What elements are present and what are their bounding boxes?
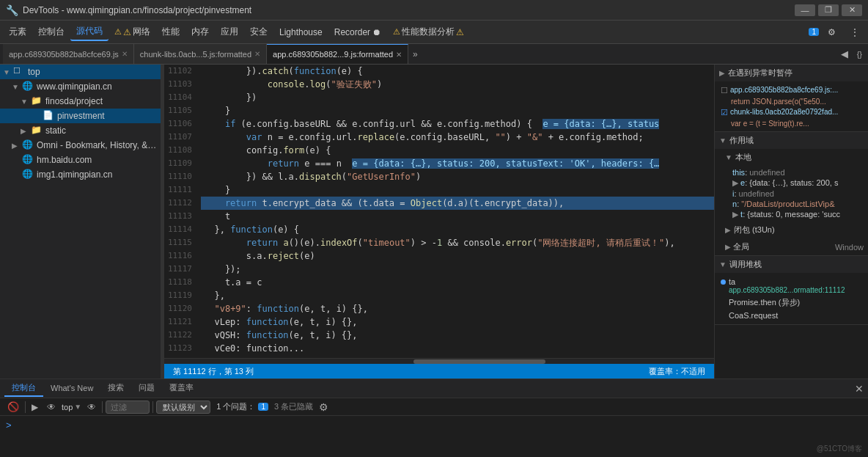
callstack-fn-promise: Promise.then (异步)	[729, 297, 862, 308]
hidden-count: 3 条已隐藏	[274, 401, 313, 412]
sidebar-item-omni[interactable]: ▶ 🌐 Omni - Bookmark, History, & Tab Mana…	[0, 138, 161, 153]
tab-whats-new[interactable]: What's New	[43, 381, 100, 396]
code-line-11107: 11107 var n = e.config.url.replace(e.con…	[164, 131, 714, 144]
code-line-11104: 11104 })	[164, 91, 714, 104]
closure-header[interactable]: ▶ 闭包 (t3Un)	[721, 222, 868, 238]
sidebar-item-top[interactable]: ▼ ☐ top	[0, 65, 161, 79]
sidebar-item-baidu[interactable]: 🌐 hm.baidu.com	[0, 153, 161, 167]
issue-info: 1 个问题： 1	[216, 401, 268, 412]
settings-button[interactable]: ⚙	[822, 25, 842, 40]
file-sidebar: ▼ ☐ top ▼ 🌐 www.qimingpian.cn ▼ 📁 finosd…	[0, 65, 161, 379]
top-context[interactable]: top ▼	[62, 403, 81, 412]
close-tab-1[interactable]: ✕	[122, 50, 128, 58]
tab-coverage[interactable]: 覆盖率	[162, 380, 201, 397]
sidebar-label-omni: Omni - Bookmark, History, & Tab Manager	[37, 140, 158, 150]
var-this: this: undefined	[732, 167, 856, 178]
code-line-11116: 11116 s.a.reject(e)	[164, 249, 714, 263]
sidebar-item-domain[interactable]: ▼ 🌐 www.qimingpian.cn	[0, 79, 161, 94]
maximize-button[interactable]: ❐	[818, 4, 839, 16]
close-tab-2[interactable]: ✕	[254, 50, 260, 58]
code-line-11122: 11122 vQSH: function(e, t, i) {},	[164, 329, 714, 342]
code-line-11102: 11102 }).catch(function(e) {	[164, 65, 714, 78]
arrow-icon: ▶	[21, 127, 31, 135]
separator-1	[25, 401, 26, 413]
callstack-fn-ta: ta	[729, 277, 845, 286]
exception-item-2[interactable]: ☑ chunk-libs.0acb202a8e0792fad...	[721, 106, 862, 119]
global-value: Window	[835, 243, 864, 252]
toolbar-memory[interactable]: 内存	[185, 23, 215, 40]
toolbar-application[interactable]: 应用	[215, 23, 244, 40]
callstack-link-ta[interactable]: app.c689305b882...ormatted:11112	[729, 286, 845, 294]
close-button[interactable]: ✕	[842, 4, 862, 16]
scrollbar-thumb[interactable]	[413, 359, 545, 364]
toolbar-elements[interactable]: 元素	[3, 23, 32, 40]
globe-icon-baidu: 🌐	[22, 154, 34, 166]
tab-file-1[interactable]: app.c689305b882ba8cfce69.js ✕	[3, 44, 134, 65]
tab-format-button[interactable]: {}	[854, 48, 865, 60]
pause-exceptions-header[interactable]: ▶ 在遇到异常时暂停	[715, 65, 868, 81]
editor-status-bar: 第 11112 行，第 13 列 覆盖率：不适用	[164, 364, 714, 379]
tab-search[interactable]: 搜索	[100, 380, 131, 397]
tab-console[interactable]: 控制台	[4, 380, 43, 397]
scope-title: 作用域	[729, 135, 754, 146]
sidebar-item-project[interactable]: ▼ 📁 finosda/project	[0, 94, 161, 109]
exception-return-2: var e = (t = String(t).re...	[721, 119, 862, 128]
code-content-area[interactable]: 11102 }).catch(function(e) { 11103 conso…	[164, 65, 714, 358]
callstack-fn-coas: CoaS.request	[729, 311, 862, 320]
exception-item-1[interactable]: ☐ app.c689305b882ba8cfce69.js:...	[721, 84, 862, 97]
close-tab-3[interactable]: ✕	[396, 51, 402, 59]
var-t[interactable]: ▶ t: {status: 0, message: 'succ	[732, 209, 856, 220]
console-filter-input[interactable]	[106, 401, 150, 414]
global-header[interactable]: ▶ 全局 Window	[721, 238, 868, 255]
console-play-button[interactable]: ▶	[29, 401, 41, 414]
issue-badge: 1	[258, 403, 268, 411]
var-e[interactable]: ▶ e: {data: {…}, status: 200, s	[732, 178, 856, 189]
cursor-position: 第 11112 行，第 13 列	[173, 366, 254, 377]
var-n: n: "/DataList/productListVip&	[732, 199, 856, 209]
toolbar-security[interactable]: 安全	[244, 23, 273, 40]
console-prompt-icon: >	[6, 420, 12, 431]
local-arrow: ▼	[725, 153, 732, 161]
globe-icon-omni: 🌐	[22, 139, 34, 151]
sidebar-item-pinvestment[interactable]: 📄 pinvestment	[0, 109, 161, 123]
context-arrow: ▼	[74, 403, 81, 411]
toolbar-lighthouse[interactable]: Lighthouse	[273, 25, 328, 40]
toolbar-sources[interactable]: 源代码	[70, 23, 108, 41]
tab-scroll-left[interactable]: ◀	[838, 47, 851, 61]
toolbar-performance-insights[interactable]: 性能数据分析 ⚠	[387, 23, 470, 40]
context-label: top	[62, 403, 73, 412]
callstack-title: 调用堆栈	[729, 259, 762, 270]
toolbar-performance[interactable]: 性能	[156, 23, 185, 40]
more-button[interactable]: ⋮	[845, 25, 865, 40]
tab-file-3[interactable]: app.c689305b882...9.js:formatted ✕	[267, 44, 408, 65]
console-visible-button[interactable]: 👁	[84, 401, 99, 414]
local-scope-header[interactable]: ▼ 本地	[721, 149, 868, 166]
console-eye-button[interactable]: 👁	[44, 401, 59, 414]
minimize-button[interactable]: —	[795, 4, 815, 16]
sidebar-item-img[interactable]: 🌐 img1.qimingpian.cn	[0, 167, 161, 182]
console-level-select[interactable]: 默认级别	[156, 401, 210, 414]
console-input-area: >	[0, 416, 868, 434]
sidebar-label-pinvestment: pinvestment	[57, 111, 158, 121]
toolbar-network[interactable]: ⚠网络	[108, 23, 156, 40]
scope-header[interactable]: ▼ 作用域	[715, 132, 868, 149]
sidebar-item-static[interactable]: ▶ 📁 static	[0, 123, 161, 138]
title-bar: 🔧 DevTools - www.qimingpian.cn/finosda/p…	[0, 0, 868, 21]
message-badge: 1	[809, 28, 819, 36]
call-stack-header[interactable]: ▼ 调用堆栈	[715, 256, 868, 273]
toolbar-recorder[interactable]: Recorder ⏺	[328, 25, 388, 40]
code-line-11115: 11115 return a()(e).indexOf("timeout") >…	[164, 236, 714, 249]
checkbox-unchecked-icon: ☐	[721, 86, 728, 95]
toolbar-console[interactable]: 控制台	[32, 23, 70, 40]
horizontal-scrollbar[interactable]	[164, 358, 714, 364]
scope-arrow: ▼	[719, 136, 727, 145]
console-close-button[interactable]: ✕	[855, 383, 864, 395]
console-settings-button[interactable]: ⚙	[319, 401, 328, 413]
tab-issues[interactable]: 问题	[131, 380, 162, 397]
callstack-item-ta[interactable]: ta app.c689305b882...ormatted:11112	[721, 276, 862, 296]
tab-overflow[interactable]: »	[408, 46, 422, 62]
tab-file-2[interactable]: chunk-libs.0acb...5.js:formatted ✕	[134, 44, 267, 65]
console-input[interactable]	[16, 420, 862, 430]
console-clear-button[interactable]: 🚫	[4, 400, 22, 414]
arrow-icon: ▼	[21, 98, 31, 106]
